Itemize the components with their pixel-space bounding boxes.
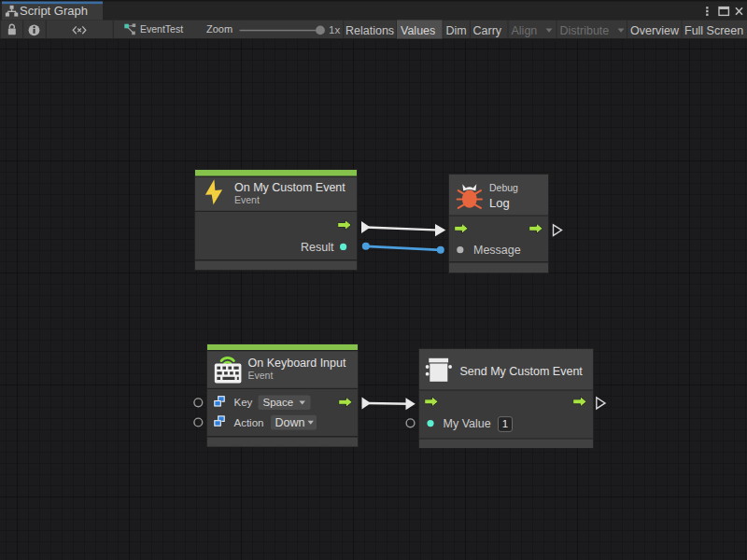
svg-text:Dim: Dim [446,24,467,37]
svg-text:Send My Custom Event: Send My Custom Event [460,365,584,378]
svg-text:Distribute: Distribute [560,24,610,37]
svg-text:Event: Event [234,194,260,205]
svg-text:My Value: My Value [444,417,491,430]
svg-text:Overview: Overview [630,24,680,37]
svg-text:Values: Values [401,24,435,37]
svg-text:Align: Align [512,24,538,37]
svg-text:Relations: Relations [345,24,394,37]
svg-text:1x: 1x [329,24,340,35]
svg-text:On My Custom Event: On My Custom Event [234,181,345,194]
svg-text:Full Screen: Full Screen [684,24,743,37]
svg-text:Result: Result [301,241,334,254]
svg-text:Down: Down [275,416,305,429]
svg-text:Carry: Carry [473,24,502,37]
svg-text:Event: Event [248,370,274,381]
svg-text:Zoom: Zoom [206,23,233,35]
svg-text:Key: Key [234,397,253,408]
svg-text:Log: Log [489,196,510,210]
svg-text:Debug: Debug [489,182,518,193]
svg-text:Message: Message [473,244,521,257]
svg-text:Script Graph: Script Graph [20,4,88,18]
svg-text:EventTest: EventTest [140,23,183,35]
svg-text:1: 1 [502,418,508,429]
svg-text:On Keyboard Input: On Keyboard Input [248,357,346,370]
svg-text:Space: Space [263,397,294,408]
svg-text:Action: Action [234,417,264,428]
